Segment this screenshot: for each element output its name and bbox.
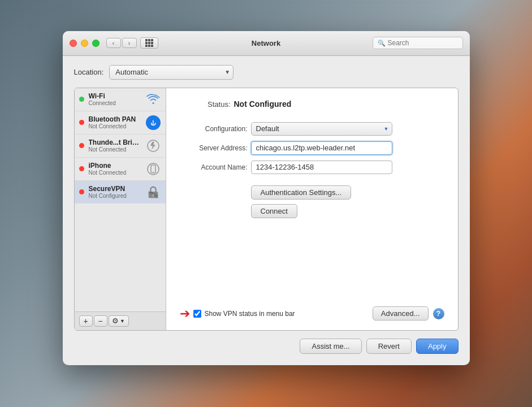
location-row: Location: Automatic Home Work ▼	[74, 65, 459, 80]
location-label: Location:	[74, 68, 104, 76]
action-buttons: Authentication Settings... Connect	[251, 185, 444, 223]
status-row: Status: Not Configured	[180, 99, 444, 109]
gear-icon: ⚙	[112, 317, 119, 325]
traffic-lights	[70, 40, 100, 47]
account-name-row: Account Name:	[180, 161, 444, 174]
bluetooth-status: Not Connected	[89, 123, 141, 129]
thunderbolt-status-dot	[79, 143, 84, 148]
configuration-select[interactable]: Default	[251, 122, 392, 136]
connect-button[interactable]: Connect	[251, 204, 297, 218]
iphone-status-dot	[79, 166, 84, 171]
body-area: Wi-Fi Connected	[74, 88, 459, 331]
thunderbolt-name: Thunde...t Bridge	[89, 138, 141, 146]
svg-point-3	[153, 171, 154, 172]
search-icon: 🔍	[378, 40, 386, 47]
vpn-lock-icon	[145, 184, 161, 200]
iphone-name: iPhone	[89, 162, 141, 170]
network-list: Wi-Fi Connected	[75, 88, 166, 311]
vpn-checkbox-area: Show VPN status in menu bar	[193, 310, 295, 318]
close-button[interactable]	[70, 40, 77, 47]
sidebar-controls: + − ⚙ ▼	[75, 311, 166, 330]
account-name-input[interactable]	[251, 161, 392, 174]
wifi-info: Wi-Fi Connected	[89, 92, 141, 106]
securevpn-name: SecureVPN	[89, 185, 141, 193]
remove-network-button[interactable]: −	[94, 315, 107, 327]
securevpn-status-dot	[79, 189, 84, 194]
advanced-button[interactable]: Advanced...	[373, 306, 429, 321]
bluetooth-icon: ⫝	[145, 115, 161, 131]
help-button[interactable]: ?	[433, 308, 444, 319]
configuration-label: Configuration:	[180, 125, 248, 133]
bluetooth-name: Bluetooth PAN	[89, 115, 141, 123]
account-name-label: Account Name:	[180, 163, 248, 171]
configuration-select-wrapper: Default ▼	[251, 122, 392, 136]
bluetooth-circle-icon: ⫝	[146, 115, 161, 130]
sidebar-item-thunderbolt[interactable]: Thunde...t Bridge Not Connected	[75, 135, 166, 158]
iphone-status: Not Connected	[89, 170, 141, 176]
search-bar[interactable]: 🔍	[373, 37, 463, 49]
search-input[interactable]	[388, 39, 458, 47]
detail-panel: Status: Not Configured Configuration: De…	[166, 88, 458, 330]
apply-button[interactable]: Apply	[416, 339, 459, 354]
thunderbolt-info: Thunde...t Bridge Not Connected	[89, 138, 141, 153]
configuration-row: Configuration: Default ▼	[180, 122, 444, 136]
securevpn-info: SecureVPN Not Configured	[89, 185, 141, 199]
sidebar-item-wifi[interactable]: Wi-Fi Connected	[75, 88, 166, 111]
sidebar-item-bluetooth[interactable]: Bluetooth PAN Not Connected ⫝	[75, 111, 166, 135]
location-select-wrapper: Automatic Home Work ▼	[109, 65, 233, 80]
grid-view-button[interactable]	[140, 37, 158, 49]
bottom-right-buttons: Advanced... ?	[373, 306, 444, 321]
server-address-row: Server Address:	[180, 141, 444, 155]
show-vpn-label: Show VPN status in menu bar	[205, 310, 295, 318]
detail-spacer	[180, 223, 444, 292]
grid-icon	[145, 39, 153, 47]
maximize-button[interactable]	[92, 40, 100, 47]
thunderbolt-status: Not Connected	[89, 146, 141, 153]
forward-button[interactable]: ›	[122, 38, 137, 48]
sidebar-item-securevpn[interactable]: SecureVPN Not Configured	[75, 181, 166, 204]
server-address-input[interactable]	[251, 141, 392, 155]
wifi-name: Wi-Fi	[89, 92, 141, 100]
footer-buttons: Assist me... Revert Apply	[74, 339, 459, 354]
sidebar: Wi-Fi Connected	[75, 88, 166, 330]
back-button[interactable]: ‹	[106, 38, 121, 48]
window-title: Network	[252, 39, 280, 47]
sidebar-item-iphone[interactable]: iPhone Not Connected	[75, 158, 166, 181]
titlebar: ‹ › Network 🔍	[63, 31, 470, 56]
show-vpn-checkbox[interactable]	[193, 310, 201, 318]
iphone-icon	[145, 161, 161, 177]
main-content: Location: Automatic Home Work ▼	[63, 56, 470, 365]
status-value: Not Configured	[234, 99, 292, 109]
status-label: Status:	[180, 100, 231, 109]
bottom-row: ➔ Show VPN status in menu bar Advanced..…	[180, 300, 444, 321]
bluetooth-info: Bluetooth PAN Not Connected	[89, 115, 141, 129]
iphone-info: iPhone Not Connected	[89, 162, 141, 176]
settings-gear-button[interactable]: ⚙ ▼	[109, 315, 129, 327]
securevpn-status: Not Configured	[89, 193, 141, 199]
location-select[interactable]: Automatic Home Work	[109, 65, 233, 80]
wifi-icon	[145, 92, 161, 107]
bluetooth-status-dot	[79, 120, 84, 125]
server-address-label: Server Address:	[180, 144, 248, 152]
wifi-status: Connected	[89, 100, 141, 106]
network-window: ‹ › Network 🔍 Location: Automatic Home	[63, 31, 470, 365]
assist-me-button[interactable]: Assist me...	[300, 339, 361, 354]
vpn-arrow-indicator-icon: ➔	[180, 306, 190, 321]
gear-dropdown-arrow-icon: ▼	[120, 318, 125, 324]
add-network-button[interactable]: +	[79, 315, 93, 327]
wifi-status-dot	[79, 97, 84, 102]
revert-button[interactable]: Revert	[366, 339, 412, 354]
auth-settings-button[interactable]: Authentication Settings...	[251, 185, 352, 200]
nav-buttons: ‹ ›	[106, 38, 137, 48]
thunderbolt-icon	[145, 138, 161, 154]
minimize-button[interactable]	[81, 40, 88, 47]
